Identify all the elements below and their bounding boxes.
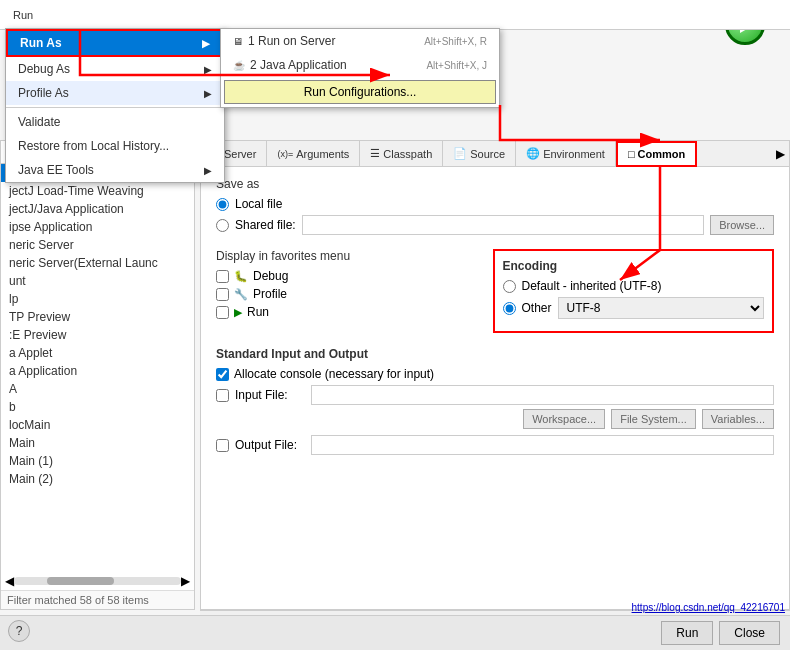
input-file-label: Input File: [235,388,305,402]
favorites-section: Display in favorites menu 🐛 Debug 🔧 Prof… [216,249,478,333]
run-checkbox-row: ▶ Run [216,305,478,319]
run-configurations-button[interactable]: Run Configurations... [224,80,496,104]
tree-item-10[interactable]: a Applet [1,344,194,362]
java-icon: ☕ [233,60,245,71]
tree-item-4[interactable]: neric Server [1,236,194,254]
chevron-right-icon2: ▶ [204,64,212,75]
submenu-item-java-app[interactable]: ☕ 2 Java Application Alt+Shift+X, J [221,53,499,77]
tree-item-1[interactable]: jectJ Load-Time Weaving [1,182,194,200]
file-system-button[interactable]: File System... [611,409,696,429]
scroll-track [14,577,181,585]
tab-common[interactable]: □ Common [616,141,697,167]
run-checkbox[interactable] [216,306,229,319]
save-as-title: Save as [216,177,774,191]
default-encoding-label: Default - inherited (UTF-8) [522,279,662,293]
menu-item-validate[interactable]: Validate [6,110,224,134]
tree-item-12[interactable]: A [1,380,194,398]
help-button[interactable]: ? [8,620,30,642]
tree-item-11[interactable]: a Application [1,362,194,380]
encoding-select[interactable]: UTF-8 UTF-16 ISO-8859-1 US-ASCII [558,297,764,319]
tree-item-15[interactable]: Main [1,434,194,452]
menu-item-debugas[interactable]: Debug As ▶ [6,57,224,81]
tree-item-6[interactable]: unt [1,272,194,290]
source-tab-icon: 📄 [453,147,467,160]
tree-item-3[interactable]: ipse Application [1,218,194,236]
tab-arguments[interactable]: (x)= Arguments [267,141,360,166]
tab-source[interactable]: 📄 Source [443,141,516,166]
menu-item-javaee[interactable]: Java EE Tools ▶ [6,158,224,182]
chevron-right-icon3: ▶ [204,88,212,99]
workspace-button[interactable]: Workspace... [523,409,605,429]
output-file-row: Output File: [216,435,774,455]
tree-item-14[interactable]: locMain [1,416,194,434]
debug-checkbox[interactable] [216,270,229,283]
run-button[interactable]: Run [661,621,713,645]
tree-item-5[interactable]: neric Server(External Launc [1,254,194,272]
horizontal-scrollbar[interactable]: ◀ ▶ [1,572,194,590]
tab-classpath[interactable]: ☰ Classpath [360,141,443,166]
run-close-bar: ? Run Close [0,615,790,650]
profile-checkbox[interactable] [216,288,229,301]
output-file-checkbox[interactable] [216,439,229,452]
variables-button[interactable]: Variables... [702,409,774,429]
tab-environment[interactable]: 🌐 Environment [516,141,616,166]
scroll-left-icon[interactable]: ◀ [5,574,14,588]
shared-file-input[interactable] [302,215,704,235]
tree-item-13[interactable]: b [1,398,194,416]
debug-label: Debug [253,269,288,283]
local-file-label: Local file [235,197,282,211]
browse-button[interactable]: Browse... [710,215,774,235]
env-tab-icon: 🌐 [526,147,540,160]
close-button[interactable]: Close [719,621,780,645]
menu-item-profileas[interactable]: Profile As ▶ [6,81,224,105]
tree-list: Tomcat v7.0 Server at loc... jectJ Load-… [1,164,194,572]
input-file-checkbox[interactable] [216,389,229,402]
url-bar: https://blog.csdn.net/qq_42216701 [627,600,790,615]
chevron-right-icon: ▶ [202,38,210,49]
encoding-section: Encoding Default - inherited (UTF-8) Oth… [493,249,775,333]
menu-item-runas[interactable]: Run As ▶ [6,29,224,57]
save-as-section: Save as Local file Shared file: Browse..… [216,177,774,235]
left-panel: Tomcat v7.0 Server at loc... jectJ Load-… [0,140,195,610]
menu-bar: Run [0,0,790,30]
local-file-radio[interactable] [216,198,229,211]
scroll-right-icon[interactable]: ▶ [181,574,190,588]
tree-item-17[interactable]: Main (2) [1,470,194,488]
local-file-option: Local file [216,197,774,211]
shared-file-radio[interactable] [216,219,229,232]
io-button-row: Workspace... File System... Variables... [216,409,774,429]
tree-item-7[interactable]: lp [1,290,194,308]
menu-item-run[interactable]: Run [5,9,41,21]
allocate-console-checkbox[interactable] [216,368,229,381]
arguments-tab-icon: (x)= [277,149,293,159]
favorites-encoding-row: Display in favorites menu 🐛 Debug 🔧 Prof… [216,249,774,333]
config-panel: ⚙ Server (x)= Arguments ☰ Classpath 📄 So… [200,140,790,610]
tree-item-8[interactable]: TP Preview [1,308,194,326]
tree-item-2[interactable]: jectJ/Java Application [1,200,194,218]
default-encoding-radio[interactable] [503,280,516,293]
output-file-input[interactable] [311,435,774,455]
shared-file-label: Shared file: [235,218,296,232]
tree-item-9[interactable]: :E Preview [1,326,194,344]
tab-bar: ⚙ Server (x)= Arguments ☰ Classpath 📄 So… [201,141,789,167]
other-encoding-radio[interactable] [503,302,516,315]
menu-divider [6,107,224,108]
run-label: Run [247,305,269,319]
submenu-item-run-server[interactable]: 🖥 1 Run on Server Alt+Shift+X, R [221,29,499,53]
server-icon: 🖥 [233,36,243,47]
ide-window: Run Run As ▶ Debug As ▶ Profile As ▶ Val… [0,0,790,650]
chevron-right-icon4: ▶ [204,165,212,176]
io-title: Standard Input and Output [216,347,774,361]
scroll-thumb [47,577,114,585]
menu-item-restore[interactable]: Restore from Local History... [6,134,224,158]
tab-scroll-right[interactable]: ▶ [776,141,789,166]
common-content: Save as Local file Shared file: Browse..… [201,167,789,605]
io-section: Standard Input and Output Allocate conso… [216,347,774,455]
tree-item-16[interactable]: Main (1) [1,452,194,470]
profile-icon: 🔧 [234,288,248,301]
input-file-input[interactable] [311,385,774,405]
run-configurations-container: Run Configurations... [221,77,499,107]
allocate-console-label: Allocate console (necessary for input) [234,367,434,381]
profile-checkbox-row: 🔧 Profile [216,287,478,301]
runas-submenu: 🖥 1 Run on Server Alt+Shift+X, R ☕ 2 Jav… [220,28,500,108]
